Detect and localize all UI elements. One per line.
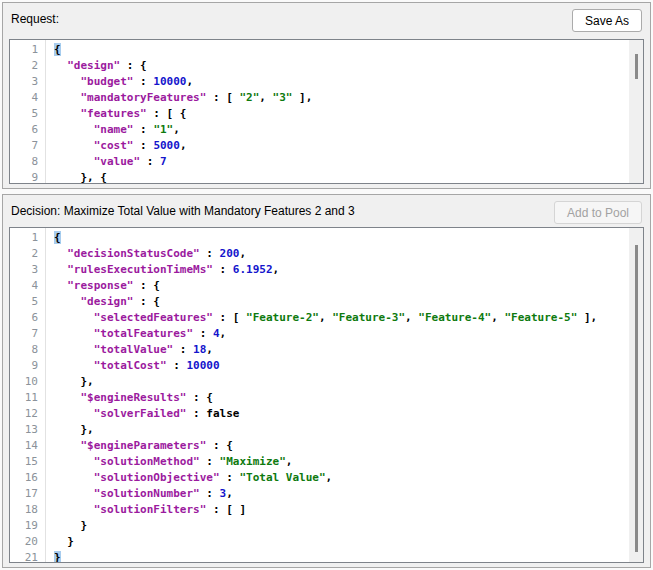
line-number: 17: [10, 486, 45, 502]
line-number: 2: [10, 58, 45, 74]
line-number: 13: [10, 422, 45, 438]
decision-panel-title: Decision: Maximize Total Value with Mand…: [11, 204, 355, 218]
app-window: Request: Save As 123456789 { "design" : …: [0, 0, 653, 570]
line-number: 8: [10, 342, 45, 358]
json-line: "$engineParameters" : {: [54, 438, 628, 454]
json-line: "totalValue" : 18,: [54, 342, 628, 358]
line-number-gutter: 123456789101112131415161718192021: [10, 228, 46, 562]
line-number: 11: [10, 390, 45, 406]
json-code-area[interactable]: { "decisionStatusCode" : 200, "rulesExec…: [47, 228, 628, 562]
json-code-area[interactable]: { "design" : { "budget" : 10000, "mandat…: [47, 40, 628, 183]
json-line: "name" : "1",: [54, 122, 628, 138]
line-number: 5: [10, 106, 45, 122]
line-number: 20: [10, 534, 45, 550]
json-line: "solutionNumber" : 3,: [54, 486, 628, 502]
json-line: "$engineResults" : {: [54, 390, 628, 406]
json-line: "mandatoryFeatures" : [ "2", "3" ],: [54, 90, 628, 106]
json-line: "solutionFilters" : [ ]: [54, 502, 628, 518]
line-number: 7: [10, 326, 45, 342]
json-line: }: [54, 534, 628, 550]
line-number: 4: [10, 278, 45, 294]
line-number: 3: [10, 74, 45, 90]
line-number: 21: [10, 550, 45, 563]
line-number: 16: [10, 470, 45, 486]
json-line: "value" : 7: [54, 154, 628, 170]
request-panel: Request: Save As 123456789 { "design" : …: [2, 2, 651, 189]
scrollbar-thumb[interactable]: [635, 245, 638, 552]
json-line: "rulesExecutionTimeMs" : 6.1952,: [54, 262, 628, 278]
json-line: "solutionObjective" : "Total Value",: [54, 470, 628, 486]
add-to-pool-button[interactable]: Add to Pool: [554, 201, 642, 224]
json-line: "selectedFeatures" : [ "Feature-2", "Fea…: [54, 310, 628, 326]
line-number: 12: [10, 406, 45, 422]
line-number-gutter: 123456789: [10, 40, 46, 183]
line-number: 14: [10, 438, 45, 454]
vertical-scrollbar[interactable]: [629, 228, 643, 562]
json-line: "features" : [ {: [54, 106, 628, 122]
json-line: },: [54, 422, 628, 438]
json-line: {: [54, 230, 628, 246]
line-number: 9: [10, 358, 45, 374]
json-line: }: [54, 550, 628, 563]
line-number: 6: [10, 310, 45, 326]
decision-panel: Decision: Maximize Total Value with Mand…: [2, 194, 651, 568]
line-number: 10: [10, 374, 45, 390]
json-line: "totalCost" : 10000: [54, 358, 628, 374]
save-as-button[interactable]: Save As: [572, 9, 642, 32]
line-number: 9: [10, 170, 45, 184]
line-number: 3: [10, 262, 45, 278]
json-line: "cost" : 5000,: [54, 138, 628, 154]
decision-json-editor[interactable]: 123456789101112131415161718192021 { "dec…: [9, 227, 644, 563]
scrollbar-thumb[interactable]: [635, 54, 638, 78]
line-number: 5: [10, 294, 45, 310]
line-number: 4: [10, 90, 45, 106]
json-line: "solverFailed" : false: [54, 406, 628, 422]
line-number: 1: [10, 230, 45, 246]
line-number: 19: [10, 518, 45, 534]
json-line: "solutionMethod" : "Maximize",: [54, 454, 628, 470]
vertical-scrollbar[interactable]: [629, 40, 643, 183]
json-line: }: [54, 518, 628, 534]
json-line: "design" : {: [54, 58, 628, 74]
json-line: "totalFeatures" : 4,: [54, 326, 628, 342]
request-json-editor[interactable]: 123456789 { "design" : { "budget" : 1000…: [9, 39, 644, 184]
json-line: }, {: [54, 170, 628, 184]
json-line: },: [54, 374, 628, 390]
request-panel-title: Request:: [11, 12, 59, 26]
line-number: 1: [10, 42, 45, 58]
json-line: {: [54, 42, 628, 58]
line-number: 8: [10, 154, 45, 170]
line-number: 6: [10, 122, 45, 138]
line-number: 2: [10, 246, 45, 262]
line-number: 18: [10, 502, 45, 518]
line-number: 15: [10, 454, 45, 470]
json-line: "design" : {: [54, 294, 628, 310]
json-line: "decisionStatusCode" : 200,: [54, 246, 628, 262]
line-number: 7: [10, 138, 45, 154]
json-line: "budget" : 10000,: [54, 74, 628, 90]
json-line: "response" : {: [54, 278, 628, 294]
